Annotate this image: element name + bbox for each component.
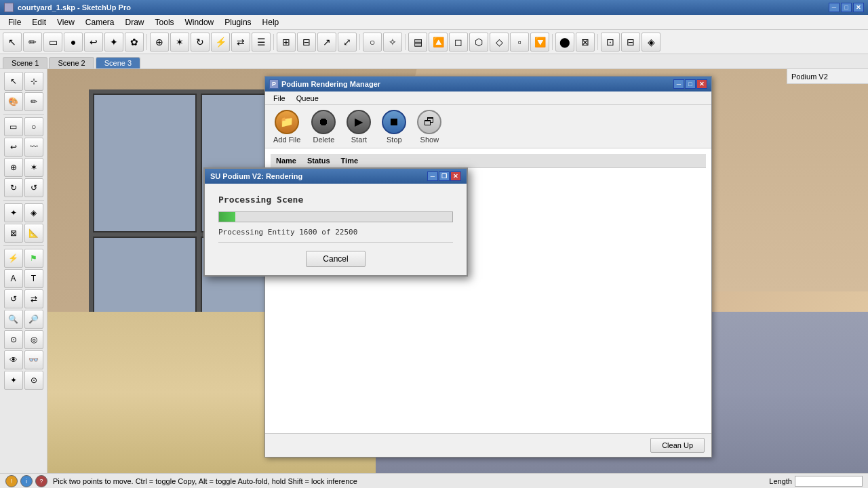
view-parallel[interactable]: ⊠ [576, 33, 595, 52]
tool-select[interactable]: ↖ [3, 33, 22, 52]
left-tool-look[interactable]: 👁 [4, 350, 23, 369]
tool-tape[interactable]: ⊞ [277, 33, 296, 52]
tool-extra3[interactable]: ◈ [642, 33, 660, 52]
tool-push-pull[interactable]: ⊕ [150, 33, 169, 52]
tool-circle[interactable]: ● [64, 33, 83, 52]
length-input[interactable] [795, 476, 863, 487]
tool-rotate[interactable]: ↻ [191, 33, 210, 52]
tool-extra1[interactable]: ⊡ [601, 33, 620, 52]
tool-paint[interactable]: ○ [363, 33, 382, 52]
tool-polygon[interactable]: ✦ [104, 33, 123, 52]
left-tool-green[interactable]: ⚑ [24, 249, 43, 268]
left-tool-section[interactable]: 👓 [24, 350, 43, 369]
view-back[interactable]: ◇ [490, 33, 509, 52]
progress-bar-container [218, 211, 453, 222]
menu-plugins[interactable]: Plugins [219, 16, 256, 28]
view-perspective[interactable]: ⬤ [555, 33, 574, 52]
rendering-dlg-restore[interactable]: ❐ [439, 171, 450, 181]
left-tb-row-5: ⊕ ✶ [4, 158, 43, 177]
tool-scale[interactable]: ⚡ [211, 33, 230, 52]
podium-manager-close[interactable]: ✕ [696, 79, 707, 89]
left-tool-tape[interactable]: ✦ [4, 203, 23, 222]
left-tool-move[interactable]: ✶ [24, 158, 43, 177]
left-tool-push[interactable]: ⊕ [4, 158, 23, 177]
tool-protractor[interactable]: ↗ [317, 33, 336, 52]
scene-tab-2[interactable]: Scene 2 [49, 57, 94, 68]
left-tool-t[interactable]: T [24, 269, 43, 288]
pm-btn-start[interactable]: ▶ Start [347, 110, 371, 144]
left-tool-zoom[interactable]: 🔍 [4, 310, 23, 329]
tool-arc[interactable]: ↩ [84, 33, 103, 52]
left-tool-orbit[interactable]: ↺ [4, 289, 23, 308]
left-tb-row-14: 👁 👓 [4, 350, 43, 369]
pm-menu-file[interactable]: File [268, 94, 291, 103]
scene-tab-3[interactable]: Scene 3 [96, 57, 140, 68]
left-tool-pan[interactable]: ⇄ [24, 289, 43, 308]
left-tool-extra1[interactable]: ✦ [4, 371, 23, 390]
menu-edit[interactable]: Edit [26, 16, 52, 28]
left-tool-component[interactable]: ⊹ [24, 72, 43, 91]
tool-freehand[interactable]: ✿ [125, 33, 144, 52]
left-tool-zoom-ext[interactable]: ⊙ [4, 330, 23, 349]
rendering-dlg-minimize[interactable]: ─ [427, 171, 438, 181]
left-tool-dim[interactable]: ⊠ [4, 224, 23, 243]
pm-menu-queue[interactable]: Queue [291, 94, 324, 103]
left-tool-rotate[interactable]: ↻ [4, 178, 23, 197]
tool-eraser[interactable]: ✧ [383, 33, 402, 52]
left-tool-extra2[interactable]: ⊙ [24, 371, 43, 390]
view-top[interactable]: 🔼 [429, 33, 448, 52]
left-tb-row-6: ↻ ↺ [4, 178, 43, 197]
menu-view[interactable]: View [52, 16, 80, 28]
tool-rect[interactable]: ▭ [43, 33, 62, 52]
left-tool-zoom-window[interactable]: 🔎 [24, 310, 43, 329]
view-right[interactable]: ⬡ [469, 33, 488, 52]
tool-pencil[interactable]: ✏ [23, 33, 42, 52]
left-tool-red[interactable]: ⚡ [4, 249, 23, 268]
close-button[interactable]: ✕ [853, 3, 864, 12]
left-tool-a[interactable]: A [4, 269, 23, 288]
tool-move[interactable]: ✶ [170, 33, 189, 52]
view-iso[interactable]: ▤ [408, 33, 427, 52]
tool-dimension[interactable]: ⊟ [297, 33, 316, 52]
left-tool-protractor[interactable]: ◈ [24, 203, 43, 222]
scene-tab-1[interactable]: Scene 1 [3, 57, 47, 68]
left-tool-paint[interactable]: 🎨 [4, 92, 23, 111]
tool-followme[interactable]: ⇄ [231, 33, 250, 52]
menu-camera[interactable]: Camera [80, 16, 120, 28]
menu-help[interactable]: Help [257, 16, 285, 28]
left-tool-scale[interactable]: ↺ [24, 178, 43, 197]
left-tool-text[interactable]: 📐 [24, 224, 43, 243]
pm-btn-stop[interactable]: ⏹ Stop [382, 110, 406, 144]
menu-tools[interactable]: Tools [150, 16, 180, 28]
left-tool-arc[interactable]: ↩ [4, 138, 23, 157]
left-tool-eraser[interactable]: ✏ [24, 92, 43, 111]
rendering-dlg-close[interactable]: ✕ [450, 171, 461, 181]
pm-btn-add-file[interactable]: 📁 Add File [273, 110, 300, 144]
tool-extra2[interactable]: ⊟ [621, 33, 640, 52]
left-tool-rect[interactable]: ▭ [4, 117, 23, 136]
left-tool-select[interactable]: ↖ [4, 72, 23, 91]
cancel-button[interactable]: Cancel [306, 251, 365, 267]
pm-btn-show[interactable]: 🗗 Show [417, 110, 441, 144]
tool-text[interactable]: ⤢ [338, 33, 357, 52]
menu-bar: File Edit View Camera Draw Tools Window … [0, 15, 868, 30]
view-bottom[interactable]: 🔽 [530, 33, 549, 52]
left-tool-walk[interactable]: ◎ [24, 330, 43, 349]
maximize-button[interactable]: □ [841, 3, 852, 12]
tool-offset[interactable]: ☰ [252, 33, 271, 52]
left-tool-line[interactable]: 〰 [24, 138, 43, 157]
podium-manager-minimize[interactable]: ─ [673, 79, 684, 89]
view-left[interactable]: ▫ [510, 33, 529, 52]
left-tb-row-2: 🎨 ✏ [4, 92, 43, 111]
menu-window[interactable]: Window [180, 16, 220, 28]
view-front[interactable]: ◻ [449, 33, 468, 52]
minimize-button[interactable]: ─ [829, 3, 840, 12]
toolbar-sep-1 [146, 34, 147, 50]
cleanup-button[interactable]: Clean Up [650, 438, 705, 453]
podium-manager-maximize[interactable]: □ [685, 79, 696, 89]
menu-file[interactable]: File [3, 16, 26, 28]
pm-btn-delete[interactable]: ⏺ Delete [311, 110, 336, 144]
status-bar: ! i ? Pick two points to move. Ctrl = to… [0, 473, 868, 488]
left-tool-circle[interactable]: ○ [24, 117, 43, 136]
menu-draw[interactable]: Draw [120, 16, 150, 28]
